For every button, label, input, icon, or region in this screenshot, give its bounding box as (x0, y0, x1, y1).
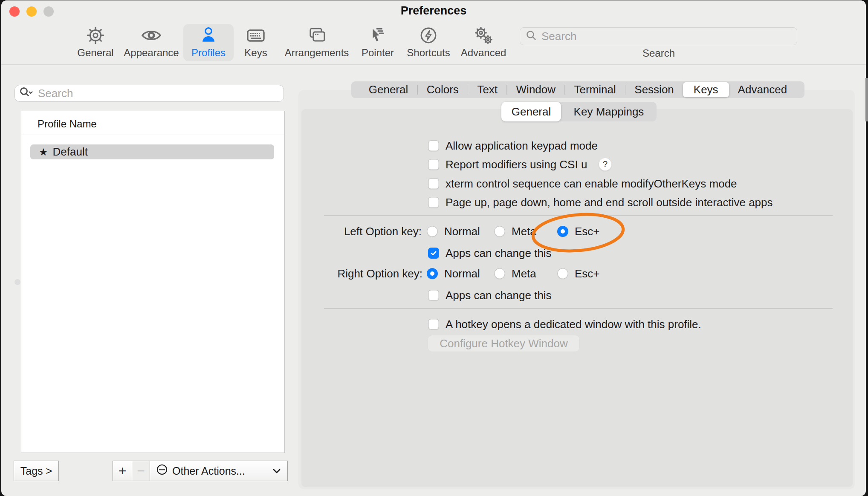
tab-window[interactable]: Window (507, 82, 564, 97)
radio-label: Esc+ (575, 225, 600, 238)
question-mark-icon: ? (603, 159, 608, 169)
toolbar-item-arrangements[interactable]: Arrangements (292, 24, 342, 61)
checkbox-hotkey-window[interactable]: A hotkey opens a dedicated window with t… (428, 317, 701, 332)
checkbox-row-modifyotherkeys[interactable]: xterm control sequence can enable modify… (428, 176, 737, 191)
profile-search-placeholder: Search (38, 87, 73, 100)
search-scope-icon (19, 87, 34, 100)
toolbar-item-shortcuts[interactable]: Shortcuts (403, 24, 454, 61)
radio-right-esc[interactable]: Esc+ (557, 266, 600, 281)
radio-off-icon[interactable] (494, 268, 505, 279)
checkbox-unchecked-icon[interactable] (428, 290, 439, 301)
radio-label: Normal (444, 225, 480, 238)
radio-off-icon[interactable] (557, 268, 568, 279)
radio-right-normal[interactable]: Normal (427, 266, 480, 281)
toolbar-label: Keys (244, 47, 267, 59)
screenshot-root: Preferences General App (0, 0, 868, 496)
tab-advanced[interactable]: Advanced (729, 82, 796, 97)
profile-tab-bar: General Colors Text Window Terminal Sess… (351, 81, 804, 98)
radio-left-esc[interactable]: Esc+ (557, 224, 600, 239)
checkbox-label: Allow application keypad mode (446, 139, 598, 153)
toolbar-label: General (77, 47, 113, 59)
window-title: Preferences (1, 4, 866, 17)
profile-name: Default (53, 145, 88, 159)
configure-hotkey-window-label: Configure Hotkey Window (440, 337, 568, 350)
checkbox-row-csi-u[interactable]: Report modifiers using CSI u (428, 157, 587, 172)
toolbar-item-advanced[interactable]: Advanced (458, 24, 509, 61)
remove-profile-button[interactable]: − (132, 461, 150, 481)
profile-search-field[interactable]: Search (14, 85, 284, 102)
toolbar-search-caption: Search (642, 47, 675, 59)
gear-icon (86, 25, 105, 46)
ellipsis-circle-icon (156, 464, 168, 478)
tags-button-label: Tags > (20, 465, 52, 477)
toolbar-item-profiles[interactable]: Profiles (183, 24, 234, 61)
person-icon (199, 25, 218, 46)
radio-left-meta[interactable]: Meta (494, 224, 536, 239)
other-actions-label: Other Actions... (172, 465, 245, 477)
tab-general[interactable]: General (360, 82, 417, 97)
search-icon (525, 29, 537, 43)
tab-terminal[interactable]: Terminal (565, 82, 625, 97)
tab-session[interactable]: Session (625, 82, 683, 97)
chevron-down-icon (272, 465, 281, 477)
checkbox-unchecked-icon[interactable] (428, 319, 439, 330)
cursor-icon (368, 25, 388, 46)
section-divider (324, 215, 833, 216)
preferences-window: Preferences General App (1, 0, 866, 496)
subtab-general[interactable]: General (501, 102, 561, 121)
checkbox-unchecked-icon[interactable] (428, 197, 439, 208)
profile-list: Profile Name ★ Default (21, 111, 285, 453)
radio-label: Esc+ (575, 267, 600, 280)
section-divider (324, 308, 833, 309)
toolbar-search-placeholder: Search (541, 30, 576, 43)
tab-keys[interactable]: Keys (683, 82, 729, 97)
keyboard-icon (245, 25, 266, 46)
toolbar-search-field[interactable]: Search (520, 27, 797, 45)
radio-right-meta[interactable]: Meta (494, 266, 536, 281)
toolbar-label: Profiles (191, 47, 226, 59)
keys-subtab-bar: General Key Mappings (501, 102, 657, 121)
checkbox-unchecked-icon[interactable] (428, 178, 439, 189)
toolbar-item-appearance[interactable]: Appearance (126, 24, 176, 61)
left-option-key-label: Left Option key: (300, 224, 422, 239)
radio-label: Normal (444, 267, 480, 280)
radio-off-icon[interactable] (494, 226, 505, 237)
toolbar-item-general[interactable]: General (70, 24, 121, 61)
tags-button[interactable]: Tags > (14, 461, 59, 481)
toolbar-label: Arrangements (285, 47, 349, 59)
checkbox-right-apps-can-change[interactable]: Apps can change this (428, 288, 552, 303)
radio-on-icon[interactable] (557, 226, 568, 237)
profile-list-header: Profile Name (38, 118, 97, 130)
profile-row-default[interactable]: ★ Default (30, 144, 274, 159)
eye-icon (141, 25, 162, 46)
tab-colors[interactable]: Colors (418, 82, 468, 97)
add-profile-button[interactable]: + (113, 461, 132, 481)
background-window-scrollbar (865, 78, 868, 121)
profile-list-controls: + − Other Actions... (113, 461, 288, 481)
radio-off-icon[interactable] (427, 226, 438, 237)
radio-left-normal[interactable]: Normal (427, 224, 480, 239)
help-button[interactable]: ? (599, 158, 612, 171)
tab-text[interactable]: Text (468, 82, 506, 97)
checkbox-label: Page up, page down, home and end scroll … (446, 196, 773, 209)
toolbar-item-keys[interactable]: Keys (231, 24, 281, 61)
other-actions-dropdown[interactable]: Other Actions... (150, 461, 287, 481)
splitter-handle[interactable] (14, 279, 20, 285)
configure-hotkey-window-button[interactable]: Configure Hotkey Window (428, 335, 580, 352)
checkbox-unchecked-icon[interactable] (428, 140, 439, 151)
toolbar-item-pointer[interactable]: Pointer (353, 24, 403, 61)
checkbox-unchecked-icon[interactable] (428, 159, 439, 170)
checkbox-left-apps-can-change[interactable]: Apps can change this (428, 245, 552, 261)
checkbox-row-keypad[interactable]: Allow application keypad mode (428, 138, 598, 153)
toolbar-label: Pointer (362, 47, 394, 59)
checkbox-row-page-scroll[interactable]: Page up, page down, home and end scroll … (428, 195, 773, 210)
checkbox-label: Apps can change this (446, 289, 552, 302)
radio-on-icon[interactable] (427, 268, 438, 279)
toolbar-divider (1, 64, 866, 65)
subtab-key-mappings[interactable]: Key Mappings (561, 102, 657, 121)
checkbox-label: Apps can change this (446, 247, 552, 260)
windows-icon (306, 25, 327, 46)
checkbox-checked-icon[interactable] (428, 248, 439, 259)
checkbox-label: Report modifiers using CSI u (446, 158, 587, 171)
gears-icon (473, 25, 494, 46)
